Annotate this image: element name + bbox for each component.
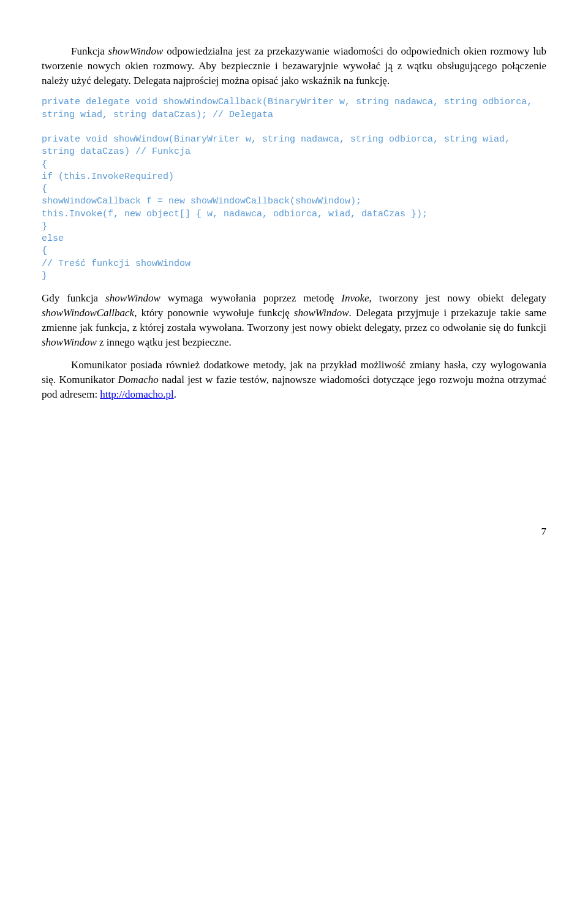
text-italic: showWindow <box>294 307 349 319</box>
text: . <box>174 388 176 400</box>
page-number: 7 <box>42 524 546 539</box>
text: Gdy funkcja <box>42 292 105 304</box>
text: Funkcja <box>71 45 108 57</box>
link-domacho[interactable]: http://domacho.pl <box>100 388 173 400</box>
text-italic: Invoke <box>341 292 369 304</box>
text: , tworzony jest nowy obiekt delegaty <box>369 292 546 304</box>
paragraph-2: Gdy funkcja showWindow wymaga wywołania … <box>42 291 546 349</box>
paragraph-1: Funkcja showWindow odpowiedzialna jest z… <box>42 44 546 88</box>
text: z innego wątku jest bezpieczne. <box>97 336 232 348</box>
text-italic: showWindow <box>42 336 97 348</box>
text: wymaga wywołania poprzez metodę <box>160 292 341 304</box>
text-italic: Domacho <box>118 374 159 385</box>
text-italic: showWindow <box>108 45 164 57</box>
text: , który ponownie wywołuje funkcję <box>134 307 294 319</box>
text-italic: showWindowCallback <box>42 307 134 319</box>
paragraph-3: Komunikator posiada również dodatkowe me… <box>42 358 546 401</box>
code-block: private delegate void showWindowCallback… <box>42 96 546 282</box>
text-italic: showWindow <box>105 292 160 304</box>
